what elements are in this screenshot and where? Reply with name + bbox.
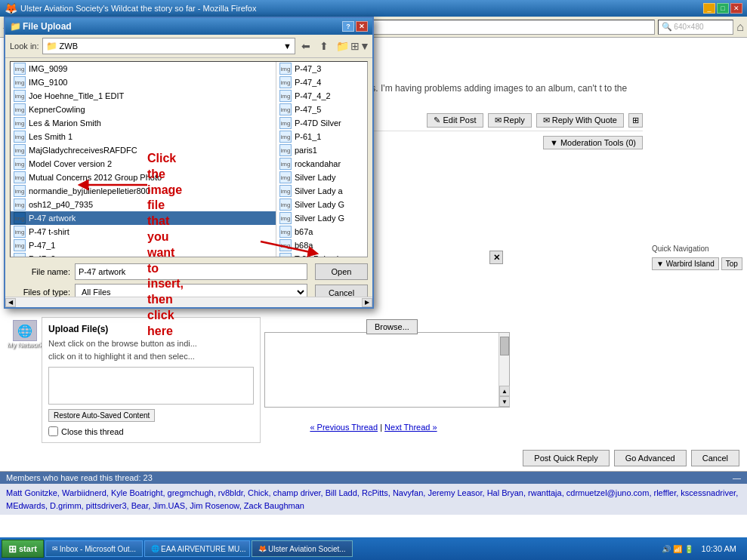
file-item-p47-tshirt[interactable]: img P-47 t-shirt	[11, 225, 276, 238]
reply-textarea[interactable]	[48, 367, 254, 405]
image-icon: img	[14, 63, 26, 75]
file-item-p47-2[interactable]: img P-47_2	[11, 252, 276, 257]
scroll-down-button[interactable]: ▼	[499, 396, 510, 407]
file-item-p47-4-2[interactable]: img P-47_4_2	[276, 89, 367, 103]
file-item-p47-4[interactable]: img P-47_4	[276, 75, 367, 89]
close-thread-row: Close this thread	[48, 426, 254, 436]
scrollbar-vertical[interactable]: ▲ ▼	[499, 333, 509, 407]
close-thread-checkbox[interactable]	[48, 426, 58, 436]
image-icon: img	[14, 144, 26, 156]
post-quick-reply-button[interactable]: Post Quick Reply	[523, 450, 609, 466]
cancel-post-button[interactable]: Cancel	[691, 450, 739, 466]
image-icon: img	[14, 239, 26, 251]
moderation-tools-button[interactable]: ▼ Moderation Tools (0)	[543, 136, 643, 149]
restore-autosave-button[interactable]: Restore Auto-Saved Content	[48, 409, 155, 422]
search-box[interactable]: 🔍 640×480	[658, 20, 733, 35]
file-item-kepner[interactable]: img KepnerCowling	[11, 103, 276, 116]
members-collapse-icon[interactable]: —	[733, 473, 741, 482]
top-button[interactable]: Top	[721, 257, 742, 270]
image-icon: img	[279, 131, 292, 143]
image-icon: img	[14, 253, 26, 257]
minimize-button[interactable]: _	[703, 3, 715, 14]
file-item-p47-5[interactable]: img P-47_5	[276, 103, 367, 116]
file-item-p47-3[interactable]: img P-47_3	[276, 62, 367, 75]
image-icon: img	[279, 103, 292, 115]
file-item-t33[interactable]: img T-33 Pole sh	[276, 252, 367, 257]
prev-thread-link[interactable]: « Previous Thread	[310, 423, 378, 432]
file-list-left[interactable]: img IMG_9099 img IMG_9100 img Joe Hoehne…	[11, 62, 276, 257]
file-item-img9099[interactable]: img IMG_9099	[11, 62, 276, 75]
next-thread-link[interactable]: Next Thread »	[384, 423, 437, 432]
image-icon: img	[279, 144, 292, 156]
search-icon: 🔍	[662, 22, 672, 32]
nav-back-icon[interactable]: ⬅	[298, 38, 313, 54]
quick-nav-row: Quick Navigation	[652, 245, 744, 253]
open-button[interactable]: Open	[315, 263, 368, 280]
file-list-right[interactable]: img P-47_3 img P-47_4 img P-47_4_2 img P…	[276, 62, 367, 257]
nav-up-icon[interactable]: ⬆	[316, 38, 332, 54]
file-item-b67a[interactable]: img b67a	[276, 225, 367, 238]
file-item-maj[interactable]: img MajGladychreceivesRAFDFC	[11, 143, 276, 157]
file-item-model-cover[interactable]: img Model Cover version 2	[11, 157, 276, 171]
view-menu-icon[interactable]: ⊞▼	[353, 38, 368, 54]
file-upload-dialog: 📁 File Upload ? ✕ Look in: 📁 ZWB ▼ ⬅ ⬆ 📁…	[4, 17, 374, 309]
file-list-container: img IMG_9099 img IMG_9100 img Joe Hoehne…	[10, 61, 368, 257]
file-item-silver-lady-a[interactable]: img Silver Lady a	[276, 184, 367, 198]
browse-button[interactable]: Browse...	[366, 319, 418, 334]
new-folder-icon[interactable]: 📁	[335, 38, 350, 54]
taskbar-item-ulster[interactable]: 🦊 Ulster Aviation Societ...	[252, 540, 353, 557]
file-item-silver-lady-g[interactable]: img Silver Lady G	[276, 198, 367, 211]
dialog-close-button[interactable]: ✕	[356, 21, 368, 32]
file-item-rock[interactable]: img rockandahar	[276, 157, 367, 171]
file-item-les-marion[interactable]: img Les & Marion Smith	[11, 116, 276, 130]
scrollbar-thumb	[500, 337, 509, 355]
dialog-title: File Upload	[23, 21, 342, 32]
file-item-p61[interactable]: img P-61_1	[276, 130, 367, 143]
file-item-osh12[interactable]: img osh12_p40_7935	[11, 198, 276, 211]
taskbar-item-inbox[interactable]: ✉ Inbox - Microsoft Out...	[45, 540, 143, 557]
start-button[interactable]: ⊞ start	[2, 540, 44, 558]
file-item-paris1[interactable]: img paris1	[276, 143, 367, 157]
search-zoom: 640×480	[674, 23, 703, 31]
extra-reply-icon[interactable]: ⊞	[628, 113, 643, 128]
reply-button[interactable]: ✉ Reply	[488, 113, 532, 128]
taskbar-item-eaa[interactable]: 🌐 EAA AIRVENTURE MU...	[144, 540, 250, 557]
members-section: Members who have read this thread: 23 — …	[0, 471, 747, 515]
folder-icon: 📁	[46, 41, 57, 51]
reply-with-quote-button[interactable]: ✉ Reply With Quote	[536, 113, 624, 128]
file-item-p47d-silver[interactable]: img P-47D Silver	[276, 116, 367, 130]
file-name-input[interactable]	[75, 263, 307, 280]
browser-window-buttons: _ □ ✕	[703, 3, 742, 14]
file-item-silver-lady-g2[interactable]: img Silver Lady G	[276, 211, 367, 225]
close-dialog-x[interactable]: ✕	[489, 251, 503, 264]
scroll-up-button[interactable]: ▲	[499, 386, 510, 396]
maximize-button[interactable]: □	[717, 3, 729, 14]
network-icon: 🌐	[13, 320, 37, 341]
dialog-help-button[interactable]: ?	[342, 21, 354, 32]
tray-icon-2: 📶	[673, 545, 682, 553]
image-icon: img	[14, 90, 26, 102]
right-nav-panel: Quick Navigation ▼ Warbird Island Top	[649, 75, 747, 273]
file-item-joe-hoehne[interactable]: img Joe Hoehne_Title_1 EDIT	[11, 89, 276, 103]
go-advanced-button[interactable]: Go Advanced	[614, 450, 687, 466]
bottom-button-row: Post Quick Reply Go Advanced Cancel	[0, 447, 747, 469]
file-item-b68a[interactable]: img b68a	[276, 238, 367, 252]
file-item-p47-artwork[interactable]: img P-47 artwork	[11, 211, 276, 225]
file-item-img9100[interactable]: img IMG_9100	[11, 75, 276, 89]
dialog-action-buttons: Open	[315, 263, 368, 280]
edit-post-button[interactable]: ✎ Edit Post	[427, 113, 483, 128]
members-list: Matt Gonitzke, Warbiidnerd, Kyle Boatrig…	[0, 484, 747, 515]
image-icon: img	[14, 117, 26, 129]
warbird-island-button[interactable]: ▼ Warbird Island	[652, 257, 719, 270]
close-browser-button[interactable]: ✕	[730, 3, 742, 14]
home-icon[interactable]: ⌂	[736, 20, 744, 34]
file-item-p47-1[interactable]: img P-47_1	[11, 238, 276, 252]
file-item-silver-lady[interactable]: img Silver Lady	[276, 171, 367, 184]
look-in-select[interactable]: 📁 ZWB ▼	[42, 38, 295, 54]
file-item-mutual-concerns[interactable]: img Mutual Concerns 2012 Group Photo	[11, 171, 276, 184]
members-header: Members who have read this thread: 23 —	[0, 472, 747, 484]
my-network-icon[interactable]: 🌐 My Network	[6, 320, 44, 349]
file-item-normandie[interactable]: img normandie_byjulienlepelletier800	[11, 184, 276, 198]
image-icon: img	[14, 198, 26, 211]
file-item-les-smith[interactable]: img Les Smith 1	[11, 130, 276, 143]
